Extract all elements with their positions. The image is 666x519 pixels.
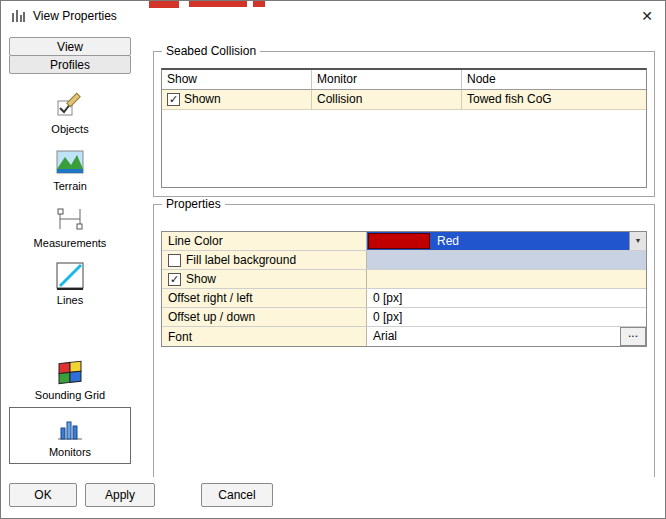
sidebar-item-terrain[interactable]: Terrain (9, 141, 131, 198)
column-header-monitor[interactable]: Monitor (312, 70, 462, 90)
property-label: Show (186, 270, 216, 288)
title-bar: View Properties ✕ (1, 1, 665, 31)
font-value[interactable]: Arial (367, 327, 620, 346)
sidebar-item-list: Objects Terrain Measurements Lines (9, 84, 131, 464)
sidebar-item-lines[interactable]: Lines (9, 255, 131, 312)
cancel-button[interactable]: Cancel (201, 483, 273, 507)
cell-show: ✓ Shown (162, 90, 312, 109)
sidebar-item-label: Terrain (53, 180, 87, 192)
ok-button[interactable]: OK (9, 483, 77, 507)
property-label: Offset right / left (168, 289, 252, 307)
monitor-table: Show Monitor Node ✓ Shown Collision Towe… (161, 68, 647, 188)
column-header-node[interactable]: Node (462, 70, 646, 90)
cell-node: Towed fish CoG (462, 90, 646, 109)
cell-monitor: Collision (312, 90, 462, 109)
sidebar-item-objects[interactable]: Objects (9, 84, 131, 141)
offset-right-left-label: Offset right / left (162, 289, 367, 307)
property-row-font: Font Arial ... (162, 327, 646, 346)
color-swatch (368, 233, 430, 249)
fill-label-background-label: Fill label background (162, 251, 367, 269)
footer: OK Apply Cancel (1, 477, 665, 518)
sidebar-item-label: Monitors (49, 446, 91, 458)
check-icon: ✓ (169, 94, 178, 105)
property-row-offset-right-left: Offset right / left 0 [px] (162, 289, 646, 308)
monitors-icon (55, 413, 85, 443)
property-label: Line Color (168, 232, 223, 250)
objects-icon (55, 90, 85, 120)
chevron-down-icon: ▼ (635, 232, 642, 250)
group-title: Seabed Collision (162, 44, 260, 58)
offset-right-left-value[interactable]: 0 [px] (367, 289, 646, 307)
sidebar-item-label: Lines (57, 294, 83, 306)
show-checkbox[interactable]: ✓ (168, 273, 181, 286)
check-icon: ✓ (170, 274, 179, 285)
property-label: Fill label background (186, 251, 296, 269)
sidebar: View Profiles Objects Terrain Measuremen… (9, 37, 131, 474)
close-button[interactable]: ✕ (635, 4, 659, 28)
fill-label-background-value (367, 251, 646, 269)
sidebar-item-measurements[interactable]: Measurements (9, 198, 131, 255)
properties-group: Properties Line Color Red ▼ Fill label b… (153, 204, 655, 480)
column-header-show[interactable]: Show (162, 70, 312, 90)
table-row[interactable]: ✓ Shown Collision Towed fish CoG (162, 90, 646, 110)
app-icon (11, 9, 26, 24)
table-header: Show Monitor Node (162, 70, 646, 90)
property-row-line-color: Line Color Red ▼ (162, 232, 646, 251)
property-label: Font (168, 328, 192, 346)
fill-label-background-checkbox[interactable] (168, 254, 181, 267)
apply-button[interactable]: Apply (85, 483, 155, 507)
font-label: Font (162, 327, 367, 346)
sidebar-item-sounding-grid[interactable]: Sounding Grid (9, 350, 131, 407)
property-grid: Line Color Red ▼ Fill label background ✓ (161, 231, 647, 347)
measurements-icon (55, 204, 85, 234)
sidebar-item-monitors[interactable]: Monitors (9, 407, 131, 464)
line-color-label: Line Color (162, 232, 367, 250)
sidebar-item-label: Objects (51, 123, 88, 135)
window-title: View Properties (33, 9, 117, 23)
property-row-offset-up-down: Offset up / down 0 [px] (162, 308, 646, 327)
property-label: Offset up / down (168, 308, 255, 326)
sidebar-item-label: Sounding Grid (35, 389, 105, 401)
sounding-grid-icon (55, 356, 85, 386)
font-picker-button[interactable]: ... (620, 327, 646, 346)
group-title: Properties (162, 197, 225, 211)
font-value-row: Arial ... (367, 327, 646, 346)
property-row-fill-label-background: Fill label background (162, 251, 646, 270)
tab-profiles[interactable]: Profiles (9, 55, 131, 74)
close-icon: ✕ (641, 8, 653, 24)
lines-icon (55, 261, 85, 291)
offset-up-down-label: Offset up / down (162, 308, 367, 326)
shown-label: Shown (184, 90, 221, 109)
dropdown-button[interactable]: ▼ (629, 232, 646, 250)
sidebar-item-label: Measurements (34, 237, 107, 249)
terrain-icon (55, 147, 85, 177)
show-value (367, 270, 646, 288)
tab-view[interactable]: View (9, 37, 131, 56)
color-name: Red (431, 232, 629, 250)
seabed-collision-group: Seabed Collision Show Monitor Node ✓ Sho… (153, 51, 655, 197)
offset-up-down-value[interactable]: 0 [px] (367, 308, 646, 326)
shown-checkbox[interactable]: ✓ (167, 93, 180, 106)
view-properties-dialog: View Properties ✕ View Profiles Objects … (0, 0, 666, 519)
property-row-show: ✓ Show (162, 270, 646, 289)
line-color-dropdown[interactable]: Red ▼ (367, 232, 646, 250)
show-label: ✓ Show (162, 270, 367, 288)
